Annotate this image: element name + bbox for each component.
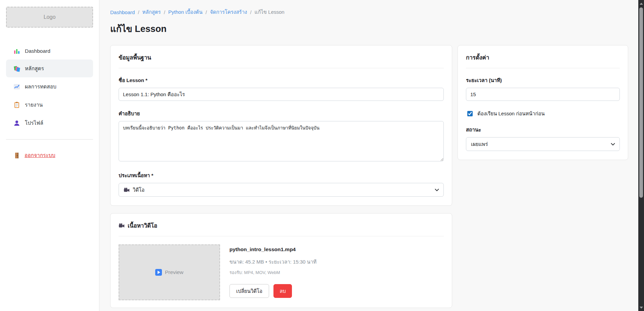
movie-camera-icon: [119, 223, 125, 228]
logo-text: Logo: [44, 14, 56, 20]
sidebar-item-label: รายงาน: [25, 101, 43, 109]
breadcrumb-separator: /: [250, 9, 251, 15]
sidebar-item-label: Dashboard: [25, 48, 50, 54]
video-supported-formats: รองรับ: MP4, MOV, WebM: [229, 269, 316, 276]
sidebar-item-label: หลักสูตร: [25, 64, 44, 73]
door-icon: [13, 152, 20, 159]
scroll-up-arrow-icon[interactable]: [638, 1, 644, 6]
duration-label: ระยะเวลา (นาที): [466, 76, 620, 84]
video-buttons: เปลี่ยนวิดีโอ ลบ: [229, 284, 316, 298]
sidebar-divider: [6, 139, 93, 140]
status-label: สถานะ: [466, 126, 620, 134]
video-body: Preview python_intro_lesson1.mp4 ขนาด: 4…: [119, 244, 444, 300]
basic-info-title: ข้อมูลพื้นฐาน: [119, 53, 444, 68]
sidebar: Logo Dashboard หลักสูตร ผลก: [0, 0, 99, 311]
breadcrumb-current: แก้ไข Lesson: [255, 8, 285, 16]
left-column: ข้อมูลพื้นฐาน ชื่อ Lesson * คำอธิบาย บทเ…: [110, 45, 452, 308]
lesson-name-input[interactable]: [119, 88, 444, 101]
preview-label: Preview: [165, 269, 183, 275]
chevron-down-icon: [435, 189, 439, 191]
description-field-group: คำอธิบาย บทเรียนนี้จะอธิบายว่า Python คื…: [119, 110, 444, 163]
video-card-title-text: เนื้อหาวิดีโอ: [128, 221, 157, 230]
breadcrumb-link-courses[interactable]: หลักสูตร: [142, 8, 161, 16]
breadcrumb-separator: /: [164, 9, 165, 15]
content-type-field-group: ประเภทเนื้อหา * วิดีโอ: [119, 171, 444, 197]
content-type-select[interactable]: วิดีโอ: [119, 183, 444, 197]
chevron-down-icon: [611, 143, 615, 146]
duration-input[interactable]: [466, 88, 620, 101]
change-video-button[interactable]: เปลี่ยนวิดีโอ: [229, 284, 269, 298]
prerequisite-row: ต้องเรียน Lesson ก่อนหน้าก่อน: [466, 110, 620, 118]
settings-title: การตั้งค่า: [466, 53, 620, 68]
scrollbar-thumb[interactable]: [639, 7, 643, 198]
prerequisite-label: ต้องเรียน Lesson ก่อนหน้าก่อน: [477, 110, 545, 118]
lesson-name-field-group: ชื่อ Lesson *: [119, 76, 444, 101]
breadcrumb-separator: /: [206, 9, 207, 15]
prerequisite-checkbox[interactable]: [467, 111, 473, 116]
page-title: แก้ไข Lesson: [110, 22, 628, 36]
breadcrumb-link-dashboard[interactable]: Dashboard: [110, 9, 135, 15]
breadcrumb-separator: /: [138, 9, 139, 15]
status-select[interactable]: เผยแพร่: [466, 137, 620, 151]
logout-button[interactable]: ออกจากระบบ: [6, 147, 93, 163]
logout-label: ออกจากระบบ: [25, 151, 55, 159]
main-content: Dashboard / หลักสูตร / Python เบื้องต้น …: [99, 0, 638, 311]
lesson-name-label: ชื่อ Lesson *: [119, 76, 444, 84]
bar-chart-icon: [13, 48, 20, 54]
sidebar-item-dashboard[interactable]: Dashboard: [6, 43, 93, 59]
settings-card: การตั้งค่า ระยะเวลา (นาที) ต้องเรียน Les…: [458, 45, 628, 160]
logo-placeholder: Logo: [6, 7, 93, 28]
breadcrumb-link-structure[interactable]: จัดการโครงสร้าง: [210, 8, 247, 16]
chart-increasing-icon: [13, 83, 20, 90]
basic-info-card: ข้อมูลพื้นฐาน ชื่อ Lesson * คำอธิบาย บทเ…: [110, 45, 452, 206]
right-column: การตั้งค่า ระยะเวลา (นาที) ต้องเรียน Les…: [458, 45, 628, 160]
status-field-group: สถานะ เผยแพร่: [466, 126, 620, 151]
delete-video-button[interactable]: ลบ: [273, 284, 292, 298]
scroll-down-arrow-icon[interactable]: [638, 305, 644, 310]
movie-camera-icon: [124, 187, 130, 193]
content-columns: ข้อมูลพื้นฐาน ชื่อ Lesson * คำอธิบาย บทเ…: [110, 45, 628, 308]
sidebar-item-label: โปรไฟล์: [25, 119, 43, 127]
video-content-card: เนื้อหาวิดีโอ Preview python_intro_lesso…: [110, 213, 452, 308]
sidebar-item-test-results[interactable]: ผลการทดสอบ: [6, 78, 93, 95]
description-textarea[interactable]: บทเรียนนี้จะอธิบายว่า Python คืออะไร ประ…: [119, 121, 444, 161]
sidebar-nav: Dashboard หลักสูตร ผลการทดสอบ: [6, 43, 93, 132]
description-label: คำอธิบาย: [119, 110, 444, 118]
breadcrumb: Dashboard / หลักสูตร / Python เบื้องต้น …: [110, 8, 628, 16]
clipboard-icon: [13, 102, 20, 108]
video-card-title: เนื้อหาวิดีโอ: [119, 221, 444, 236]
video-details: python_intro_lesson1.mp4 ขนาด: 45.2 MB •…: [229, 244, 316, 300]
vertical-scrollbar: [638, 0, 644, 311]
video-filename: python_intro_lesson1.mp4: [229, 246, 316, 252]
sidebar-item-reports[interactable]: รายงาน: [6, 96, 93, 114]
content-type-value: วิดีโอ: [133, 186, 144, 194]
books-icon: [13, 65, 20, 72]
duration-field-group: ระยะเวลา (นาที): [466, 76, 620, 101]
video-preview-box[interactable]: Preview: [119, 244, 220, 300]
person-icon: [13, 120, 20, 126]
sidebar-item-courses[interactable]: หลักสูตร: [6, 60, 93, 77]
sidebar-item-profile[interactable]: โปรไฟล์: [6, 114, 93, 132]
breadcrumb-link-course[interactable]: Python เบื้องต้น: [168, 8, 203, 16]
status-value: เผยแพร่: [471, 140, 488, 148]
play-icon: [155, 269, 162, 276]
content-type-label: ประเภทเนื้อหา *: [119, 171, 444, 180]
video-meta: ขนาด: 45.2 MB • ระยะเวลา: 15:30 นาที: [229, 258, 316, 266]
sidebar-item-label: ผลการทดสอบ: [25, 82, 56, 91]
